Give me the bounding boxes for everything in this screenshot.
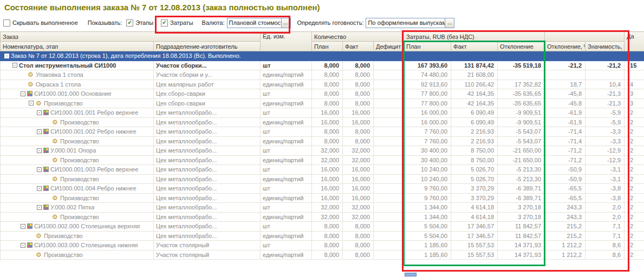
header-qty-plan[interactable]: План [312,42,343,51]
check-icon: ✔ [162,20,166,25]
unit-cell: единиц/партий [261,193,312,203]
tree-expander-icon[interactable]: - [4,54,9,58]
header-unit[interactable]: Ед. изм. [261,32,312,51]
table-row[interactable]: -СИ1000.001.002 Ребро нижнееЦех металлоо… [1,127,644,137]
tree-expander-icon[interactable]: - [37,129,42,134]
table-row[interactable]: ⚙ПроизводствоЦех металлообрабо...единиц/… [1,136,644,146]
table-row[interactable]: -У.000.002 ПяткаЦех металлообрабо...шт32… [1,203,644,213]
row-label: СИ1000.001.004 Ребро нижнее [50,185,136,192]
cost-plan-cell: 9 760,00 [404,193,451,203]
table-row[interactable]: -СИ1000.001.001 Ребро верхнееЦех металло… [1,108,644,118]
scrollbar-thumb[interactable] [405,273,417,276]
header-department[interactable]: Подразделение-изготовитель [154,42,261,51]
header-cost-plan[interactable]: План [404,42,451,51]
header-qty-fact[interactable]: Факт [343,42,374,51]
tree-expander-icon[interactable]: - [37,167,42,172]
table-row[interactable]: -СИ1000.001.000 ОснованиеЦех сборо-сварк… [1,89,644,99]
unit-cell: единиц/партий [261,250,312,260]
qty-deficit-cell [374,108,404,118]
table-row[interactable]: ⚙ПроизводствоУчасток столярныйединиц/пар… [1,250,644,260]
table-row[interactable]: -У.000.001 ОпораЦех металлообрабо...шт32… [1,146,644,156]
clipped-cell: 2 [625,203,644,213]
cost-deviation-cell: 3 270,18 [498,203,545,213]
table-row[interactable]: -СИ1000.001.003 Ребро верхнееЦех металло… [1,165,644,175]
table-row[interactable]: -СИ1000.001.004 Ребро нижнееЦех металлоо… [1,184,644,194]
qty-deficit-cell [374,193,404,203]
nomenclature-cell: -Заказ № 7 от 12.08.2013 (строка 1), дат… [1,51,261,61]
table-row[interactable]: ⚙ПроизводствоЦех металлообрабо...единиц/… [1,212,644,222]
qty-plan-cell: 8,000 [312,250,343,260]
department-cell: Цех металлообрабо... [154,136,261,146]
deviation-pct-cell: -65,5 [545,193,586,203]
item-icon [27,223,32,229]
tree-expander-icon[interactable]: - [37,186,42,191]
tree-expander-icon[interactable]: - [21,243,25,248]
qty-deficit-cell [374,155,404,165]
qty-plan-cell: 8,000 [312,127,343,137]
tree-expander-icon[interactable]: - [37,110,42,115]
department-cell: Цех металлообрабо... [154,231,261,241]
table-row[interactable]: ⚙Упаковка 1 столаУчасток сборки и у...ед… [1,70,644,80]
row-label: Производство [44,100,83,107]
department-cell: Цех металлообрабо... [154,203,261,213]
significance-pct-cell: 8,6 [586,250,625,260]
tree-indent-spacer [45,120,50,124]
significance-pct-cell: -5,9 [586,108,625,118]
tree-expander-icon[interactable]: - [12,63,17,68]
unit-cell: шт [261,146,312,156]
clipped-cell: 2 [625,127,644,137]
qty-plan-cell: 16,000 [312,117,343,127]
table-row[interactable]: -Заказ № 7 от 12.08.2013 (строка 1), дат… [1,51,644,61]
header-costs[interactable]: Затраты, RUB (без НДС) [404,32,545,42]
item-icon [43,205,49,210]
qty-plan-cell: 8,000 [312,61,343,70]
table-row[interactable]: -Стол инструментальный СИ1000Участок сбо… [1,61,644,70]
tree-expander-icon[interactable]: - [37,205,42,210]
currency-ellipsis-button[interactable]: ... [282,18,291,28]
deviation-pct-cell: -50,9 [545,174,586,184]
header-quantity[interactable]: Количество [312,32,404,42]
header-cost-fact[interactable]: Факт [451,42,498,51]
header-nomenclature[interactable]: Номенклатура, этап [1,42,154,51]
table-row[interactable]: ⚙Окраска 1 столаЦех малярных работединиц… [1,80,644,89]
nomenclature-cell: ⚙Производство [1,193,154,203]
table-row[interactable]: ⚙ПроизводствоЦех металлообрабо...единиц/… [1,174,644,184]
readiness-value[interactable]: По оформленным выпускам [366,18,445,28]
table-row[interactable]: ⚙ПроизводствоЦех металлообрабо...единиц/… [1,193,644,203]
unit-cell: единиц/партий [261,70,312,80]
tree-expander-icon[interactable]: - [29,101,34,105]
header-significance-pct[interactable]: Значимость, % [586,42,625,51]
header-order[interactable]: Заказ [1,32,261,42]
header-cost-deviation[interactable]: Отклонение [498,42,545,51]
cost-plan-cell: 30 400,00 [404,155,451,165]
tree-expander-icon[interactable]: - [21,224,25,229]
currency-value[interactable]: Плановой стоимост [227,18,282,28]
hide-completed-checkbox[interactable] [3,19,10,27]
qty-fact-cell: 16,000 [343,174,374,184]
table-row[interactable]: -⚙ПроизводствоЦех сборо-сваркиединиц/пар… [1,98,644,108]
header-qty-deficit[interactable]: Дефицит [374,42,404,51]
table-row[interactable]: -СИ1000.003.000 Столешница нижняяУчасток… [1,241,644,250]
tree-indent-spacer [21,72,25,77]
deviation-pct-cell [545,70,586,80]
header-deviation-pct[interactable]: Отклонение, % [545,42,586,51]
qty-deficit-cell [374,70,404,80]
table-row[interactable]: -СИ1000.002.000 Столешница верхняяЦех ме… [1,222,644,232]
cost-deviation-cell: -21 650,00 [498,155,545,165]
readiness-ellipsis-button[interactable]: ... [445,18,454,28]
costs-checkbox[interactable]: ✔ [161,19,168,27]
significance-pct-cell: 7,1 [586,222,625,232]
unit-cell: шт [261,127,312,137]
tree-indent-spacer [21,82,25,87]
tree-expander-icon[interactable]: - [21,91,25,96]
clipped-cell: 2 [625,241,644,250]
tree-expander-icon[interactable]: - [37,148,42,153]
table-row[interactable]: ⚙ПроизводствоЦех металлообрабо...единиц/… [1,155,644,165]
table-row[interactable]: ⚙ПроизводствоЦех металлообрабо...единиц/… [1,231,644,241]
header-clipped[interactable]: Да [625,32,644,51]
table-row[interactable]: ⚙ПроизводствоЦех металлообрабо...единиц/… [1,117,644,127]
stages-checkbox[interactable]: ✔ [126,19,133,27]
significance-pct-cell: -12,9 [586,155,625,165]
cost-fact-cell: 6 090,49 [451,108,498,118]
gear-icon: ⚙ [51,214,58,220]
